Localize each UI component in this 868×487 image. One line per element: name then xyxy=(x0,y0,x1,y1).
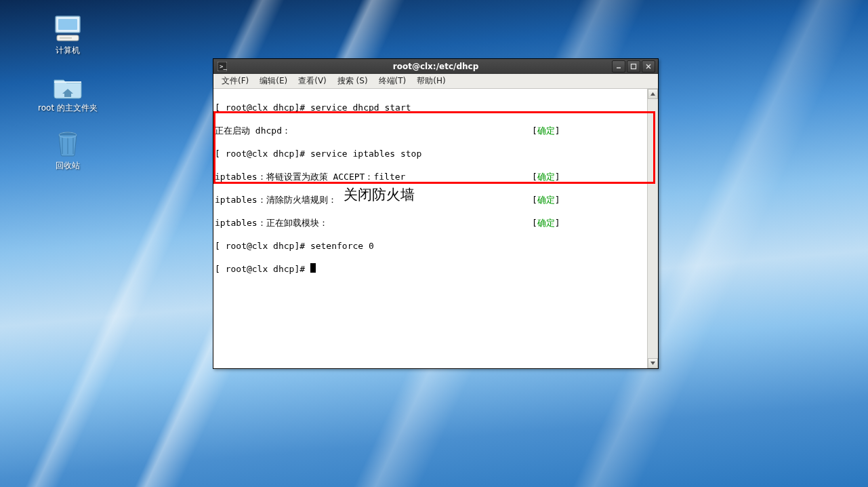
computer-icon xyxy=(51,15,84,42)
maximize-button[interactable] xyxy=(627,60,640,73)
desktop-icon-label: 回收站 xyxy=(56,160,80,172)
text-cursor xyxy=(310,263,316,273)
status-ok: [确定] xyxy=(532,171,560,182)
menubar: 文件(F) 编辑(E) 查看(V) 搜索 (S) 终端(T) 帮助(H) xyxy=(213,74,658,90)
annotation-label: 关闭防火墙 xyxy=(344,189,415,201)
term-line: [ root@clx dhcp]# setenforce 0 xyxy=(215,240,374,252)
term-line: [ root@clx dhcp]# service dhcpd start xyxy=(215,102,411,113)
desktop-icon-label: root 的主文件夹 xyxy=(38,102,98,114)
term-line: [ root@clx dhcp]# service iptables stop xyxy=(215,148,421,159)
scrollbar-vertical[interactable] xyxy=(647,89,658,368)
window-titlebar[interactable]: >_ root@clx:/etc/dhcp xyxy=(213,59,658,74)
window-controls xyxy=(612,60,658,73)
status-ok: [确定] xyxy=(532,125,560,136)
menu-terminal[interactable]: 终端(T) xyxy=(375,74,411,88)
close-button[interactable] xyxy=(642,60,655,73)
scroll-up-button[interactable] xyxy=(648,89,658,99)
minimize-button[interactable] xyxy=(612,60,625,73)
window-title: root@clx:/etc/dhcp xyxy=(213,62,658,71)
desktop: 计算机 root 的主文件夹 回收站 xyxy=(0,0,868,487)
term-line: 正在启动 dhcpd： xyxy=(215,125,291,136)
svg-rect-1 xyxy=(58,19,77,30)
scroll-down-button[interactable] xyxy=(648,358,658,368)
svg-marker-12 xyxy=(650,92,655,96)
desktop-icons: 计算机 root 的主文件夹 回收站 xyxy=(34,15,102,172)
status-ok: [确定] xyxy=(532,217,560,229)
svg-rect-3 xyxy=(60,37,72,39)
menu-file[interactable]: 文件(F) xyxy=(218,74,253,88)
desktop-icon-computer[interactable]: 计算机 xyxy=(34,15,102,56)
menu-search[interactable]: 搜索 (S) xyxy=(333,74,372,88)
status-ok: [确定] xyxy=(532,194,560,206)
svg-text:>_: >_ xyxy=(220,63,227,70)
term-line: iptables：正在卸载模块： xyxy=(215,217,328,229)
terminal-output[interactable]: [ root@clx dhcp]# service dhcpd start 正在… xyxy=(213,89,647,368)
trash-icon xyxy=(51,130,84,157)
terminal-window: >_ root@clx:/etc/dhcp 文 xyxy=(213,58,659,369)
term-line: iptables：清除防火墙规则： xyxy=(215,194,337,206)
home-folder-icon xyxy=(51,73,84,100)
scroll-track[interactable] xyxy=(648,99,658,358)
menu-edit[interactable]: 编辑(E) xyxy=(255,74,291,88)
svg-rect-9 xyxy=(632,64,636,69)
desktop-icon-label: 计算机 xyxy=(56,45,80,56)
menu-help[interactable]: 帮助(H) xyxy=(413,74,449,88)
svg-marker-13 xyxy=(650,362,655,365)
desktop-icon-home[interactable]: root 的主文件夹 xyxy=(34,73,102,114)
terminal-app-icon: >_ xyxy=(216,60,228,73)
term-line: iptables：将链设置为政策 ACCEPT：filter xyxy=(215,171,405,182)
menu-view[interactable]: 查看(V) xyxy=(294,74,331,88)
terminal-body: [ root@clx dhcp]# service dhcpd start 正在… xyxy=(213,89,658,368)
term-line: [ root@clx dhcp]# xyxy=(215,263,310,275)
desktop-icon-trash[interactable]: 回收站 xyxy=(34,130,102,172)
